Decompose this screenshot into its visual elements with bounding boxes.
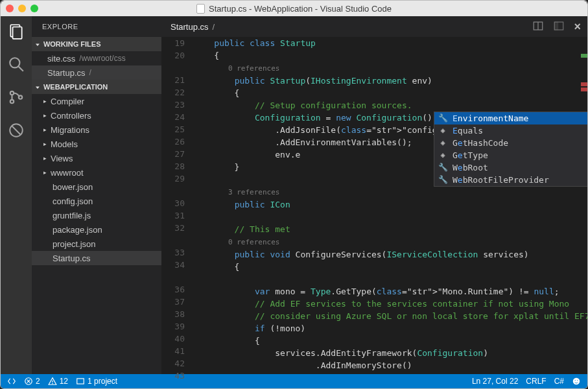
source-control-icon[interactable] (8, 89, 25, 108)
status-remote-icon[interactable] (7, 377, 16, 386)
chevron-right-icon: ▸ (43, 98, 47, 104)
chevron-down-icon: ▼ (34, 42, 41, 47)
suggest-item[interactable]: 🔧 EnvironmentName EnvironmentName (434, 112, 588, 124)
file-item[interactable]: package.json (32, 222, 161, 237)
cube-icon: ◈ (438, 149, 447, 161)
status-eol[interactable]: CRLF (526, 377, 546, 386)
chevron-down-icon: ▼ (34, 85, 41, 89)
debug-icon[interactable] (8, 122, 25, 141)
split-editor-icon[interactable] (532, 20, 544, 34)
svg-point-2 (10, 58, 19, 67)
svg-rect-17 (77, 379, 84, 384)
wrench-icon: 🔧 (438, 112, 447, 124)
suggest-label: WebRootFileProvider (453, 174, 549, 186)
window-title-text: Startup.cs - WebApplication - Visual Stu… (209, 4, 392, 14)
chevron-right-icon: ▸ (43, 155, 47, 161)
minimize-window-icon[interactable] (18, 5, 26, 12)
editor: Startup.cs / × 1920 212223242526272829 3… (161, 16, 587, 374)
suggest-label: WebRoot (453, 161, 488, 174)
sidebar: EXPLORE ▼ WORKING FILES site.css /wwwroo… (32, 16, 161, 374)
tab-bar: Startup.cs / × (161, 16, 587, 37)
wrench-icon: 🔧 (438, 161, 447, 174)
svg-point-19 (575, 380, 576, 381)
project-header[interactable]: ▼ WEBAPPLICATION (32, 80, 161, 94)
svg-point-18 (573, 378, 580, 385)
working-file[interactable]: Startup.cs / (32, 65, 161, 80)
status-project[interactable]: 1 project (76, 377, 117, 386)
document-icon (196, 4, 205, 14)
file-item[interactable]: Startup.cs (32, 251, 161, 265)
minimap-marker (581, 82, 587, 86)
folder-item[interactable]: ▸Views (32, 151, 161, 165)
search-icon[interactable] (8, 56, 25, 75)
explorer-icon[interactable] (8, 23, 25, 41)
file-item[interactable]: config.json (32, 194, 161, 208)
suggest-label: Equals (453, 124, 483, 137)
svg-point-20 (577, 380, 578, 381)
svg-point-4 (10, 91, 14, 95)
window-controls (6, 5, 38, 12)
status-errors[interactable]: 2 (24, 377, 40, 386)
chevron-right-icon: ▸ (43, 141, 47, 147)
line-gutter: 1920 212223242526272829 303132 3334 3637… (161, 37, 194, 374)
folder-item[interactable]: ▸Models (32, 137, 161, 151)
folder-item[interactable]: ▸Compiler (32, 94, 161, 108)
tab-startup[interactable]: Startup.cs / (161, 16, 215, 37)
file-item[interactable]: gruntfile.js (32, 208, 161, 222)
suggest-item[interactable]: 🔧 WebRootFileProvider (434, 174, 588, 186)
status-bar: 2 12 1 project Ln 27, Col 22 CRLF C# (1, 374, 587, 388)
chevron-right-icon: ▸ (43, 112, 47, 119)
file-item[interactable]: bower.json (32, 180, 161, 194)
wrench-icon: 🔧 (438, 174, 447, 186)
activity-bar (1, 16, 32, 374)
folder-item[interactable]: ▸wwwroot (32, 165, 161, 180)
close-window-icon[interactable] (6, 5, 14, 12)
svg-line-3 (18, 66, 23, 71)
suggest-item[interactable]: ◈ GetHashCode (434, 137, 588, 149)
folder-item[interactable]: ▸Controllers (32, 108, 161, 123)
working-files-header[interactable]: ▼ WORKING FILES (32, 37, 161, 51)
cube-icon: ◈ (438, 137, 447, 149)
code-lines[interactable]: public class Startup { 0 references publ… (194, 37, 587, 374)
cube-icon: ◈ (438, 124, 447, 137)
suggest-item[interactable]: ◈ GetType (434, 149, 588, 161)
code-editor[interactable]: 1920 212223242526272829 303132 3334 3637… (161, 37, 587, 374)
suggest-item[interactable]: 🔧 WebRoot (434, 161, 588, 174)
window: Startup.cs - WebApplication - Visual Stu… (0, 0, 588, 389)
suggest-label: GetHashCode (453, 137, 508, 149)
file-item[interactable]: project.json (32, 237, 161, 251)
minimap-marker (581, 54, 587, 58)
toggle-panel-icon[interactable] (553, 20, 565, 34)
workbench: EXPLORE ▼ WORKING FILES site.css /wwwroo… (1, 16, 587, 374)
close-editor-icon[interactable]: × (574, 20, 581, 34)
svg-point-5 (10, 100, 14, 103)
status-language[interactable]: C# (554, 377, 564, 386)
suggest-label: EnvironmentName (453, 112, 528, 124)
chevron-right-icon: ▸ (43, 126, 47, 133)
feedback-icon[interactable] (572, 377, 581, 386)
window-title: Startup.cs - WebApplication - Visual Stu… (196, 4, 392, 14)
suggest-label: GetType (453, 149, 488, 161)
working-file[interactable]: site.css /wwwroot/css (32, 51, 161, 65)
minimap-marker (581, 88, 587, 91)
editor-actions: × (532, 20, 581, 34)
svg-rect-11 (555, 22, 558, 30)
suggest-widget[interactable]: 🔧 EnvironmentName EnvironmentName ◈ Equa… (434, 112, 588, 187)
sidebar-title: EXPLORE (32, 16, 161, 37)
minimap[interactable] (578, 37, 587, 374)
status-warnings[interactable]: 12 (48, 377, 68, 386)
svg-point-16 (52, 383, 53, 384)
zoom-window-icon[interactable] (30, 5, 38, 12)
status-cursor[interactable]: Ln 27, Col 22 (472, 377, 518, 386)
svg-rect-1 (13, 27, 22, 39)
titlebar: Startup.cs - WebApplication - Visual Stu… (1, 1, 587, 16)
chevron-right-icon: ▸ (43, 169, 47, 176)
folder-item[interactable]: ▸Migrations (32, 123, 161, 137)
suggest-item[interactable]: ◈ Equals (434, 124, 588, 137)
